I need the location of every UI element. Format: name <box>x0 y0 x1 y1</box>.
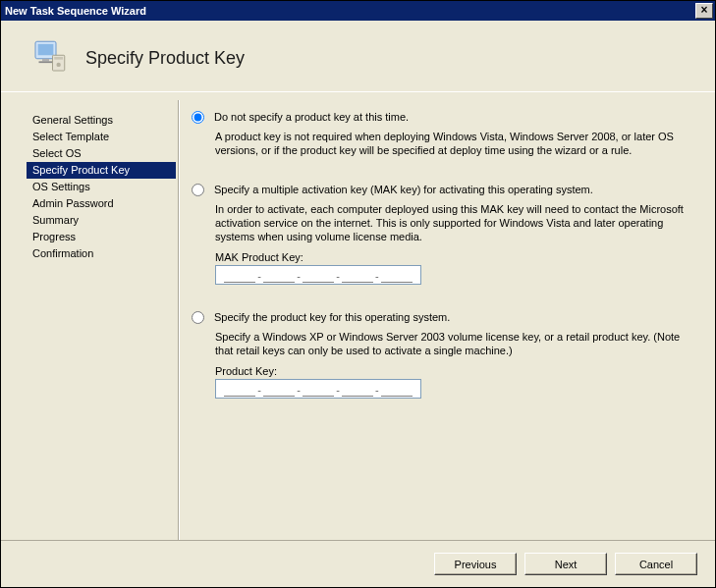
option-mak-label: Specify a multiple activation key (MAK k… <box>214 183 693 196</box>
previous-button[interactable]: Previous <box>434 553 517 575</box>
option-no-key-group: Do not specify a product key at this tim… <box>192 110 693 157</box>
sidebar-item-select-template[interactable]: Select Template <box>27 129 176 145</box>
retail-key-input[interactable]: - - - - <box>215 379 421 399</box>
wizard-icon <box>28 36 70 80</box>
svg-rect-5 <box>54 57 63 60</box>
next-button[interactable]: Next <box>524 553 607 575</box>
svg-rect-3 <box>39 61 53 63</box>
vertical-divider <box>178 100 180 572</box>
wizard-footer: Previous Next Cancel <box>1 540 715 587</box>
retail-key-label: Product Key: <box>215 365 693 377</box>
cancel-button[interactable]: Cancel <box>615 553 697 575</box>
radio-no-key[interactable] <box>192 111 204 124</box>
option-retail-desc: Specify a Windows XP or Windows Server 2… <box>215 330 693 357</box>
sidebar-item-confirmation[interactable]: Confirmation <box>27 245 176 262</box>
content-pane: Do not specify a product key at this tim… <box>188 100 705 572</box>
option-no-key-label: Do not specify a product key at this tim… <box>214 110 693 124</box>
option-mak-group: Specify a multiple activation key (MAK k… <box>192 183 693 285</box>
option-no-key-desc: A product key is not required when deplo… <box>215 130 693 157</box>
option-mak[interactable]: Specify a multiple activation key (MAK k… <box>192 183 693 196</box>
sidebar-item-summary[interactable]: Summary <box>27 212 176 229</box>
close-button[interactable]: × <box>695 3 713 19</box>
sidebar-item-admin-password[interactable]: Admin Password <box>27 195 176 212</box>
close-icon: × <box>700 3 707 17</box>
option-retail-label: Specify the product key for this operati… <box>214 310 693 324</box>
option-mak-desc: In order to activate, each computer depl… <box>215 202 693 243</box>
window-title: New Task Sequence Wizard <box>5 5 146 17</box>
svg-rect-1 <box>38 44 54 55</box>
option-retail[interactable]: Specify the product key for this operati… <box>192 310 693 324</box>
wizard-steps-sidebar: General Settings Select Template Select … <box>11 100 178 572</box>
sidebar-item-general-settings[interactable]: General Settings <box>27 112 176 129</box>
sidebar-item-specify-product-key[interactable]: Specify Product Key <box>27 162 176 179</box>
sidebar-item-select-os[interactable]: Select OS <box>27 145 176 162</box>
option-no-key[interactable]: Do not specify a product key at this tim… <box>192 110 693 124</box>
svg-point-6 <box>56 63 60 67</box>
titlebar: New Task Sequence Wizard × <box>1 1 715 21</box>
wizard-header: Specify Product Key <box>1 21 715 91</box>
svg-rect-2 <box>42 59 49 62</box>
sidebar-item-progress[interactable]: Progress <box>27 229 176 245</box>
radio-mak[interactable] <box>192 184 204 196</box>
page-title: Specify Product Key <box>85 48 245 69</box>
option-retail-group: Specify the product key for this operati… <box>192 310 693 399</box>
mak-key-label: MAK Product Key: <box>215 251 693 263</box>
radio-retail[interactable] <box>192 311 204 324</box>
sidebar-item-os-settings[interactable]: OS Settings <box>27 179 176 195</box>
mak-key-input[interactable]: - - - - <box>215 265 421 285</box>
